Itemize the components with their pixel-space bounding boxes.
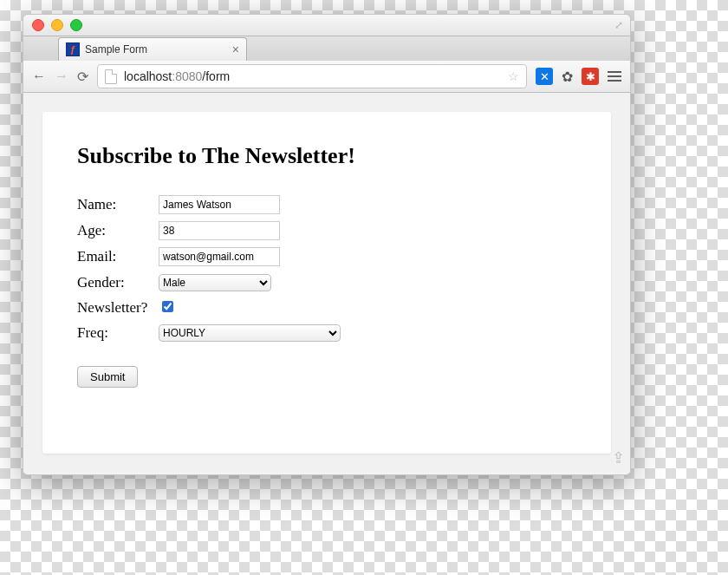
- page-heading: Subscribe to The Newsletter!: [77, 143, 576, 169]
- forward-button[interactable]: →: [55, 69, 68, 84]
- page-viewport: Subscribe to The Newsletter! Name: Age: …: [23, 93, 630, 473]
- window-titlebar: ⤢: [23, 15, 630, 36]
- browser-toolbar: ← → ⟳ localhost:8080/form ☆ ✕ ✿ ✱: [23, 61, 630, 93]
- submit-button[interactable]: Submit: [77, 366, 138, 388]
- page-icon: [105, 69, 117, 84]
- share-icon[interactable]: ⇪: [612, 448, 625, 467]
- newsletter-checkbox[interactable]: [162, 301, 173, 312]
- tab-title: Sample Form: [85, 43, 147, 56]
- settings-gear-icon[interactable]: ✿: [562, 69, 573, 85]
- extension-confluence-icon[interactable]: ✕: [536, 68, 553, 85]
- minimize-window-button[interactable]: [51, 19, 63, 31]
- reload-button[interactable]: ⟳: [77, 69, 88, 85]
- age-label: Age:: [77, 218, 159, 244]
- subscribe-form: Name: Age: Email: Gender: Male: [77, 192, 341, 345]
- name-input[interactable]: [159, 195, 280, 214]
- traffic-lights: [32, 19, 82, 31]
- fullscreen-icon[interactable]: ⤢: [614, 19, 623, 31]
- name-label: Name:: [77, 192, 159, 218]
- close-window-button[interactable]: [32, 19, 44, 31]
- menu-icon[interactable]: [608, 71, 621, 82]
- email-label: Email:: [77, 244, 159, 270]
- tab-strip: Sample Form ×: [23, 36, 630, 61]
- newsletter-label: Newsletter?: [77, 295, 159, 320]
- extension-lastpass-icon[interactable]: ✱: [582, 68, 599, 85]
- close-tab-icon[interactable]: ×: [232, 42, 239, 56]
- address-bar[interactable]: localhost:8080/form ☆: [97, 64, 527, 88]
- bookmark-star-icon[interactable]: ☆: [508, 69, 519, 83]
- back-button[interactable]: ←: [32, 69, 46, 84]
- gender-select[interactable]: Male: [159, 274, 271, 291]
- url-text: localhost:8080/form: [124, 69, 230, 83]
- freq-select[interactable]: HOURLY: [159, 324, 341, 342]
- freq-label: Freq:: [77, 320, 159, 345]
- zoom-window-button[interactable]: [70, 19, 82, 31]
- age-input[interactable]: [159, 221, 280, 240]
- favicon-icon: [66, 42, 80, 56]
- browser-tab[interactable]: Sample Form ×: [58, 37, 247, 61]
- email-input[interactable]: [159, 247, 280, 266]
- browser-window: ⤢ Sample Form × ← → ⟳ localhost:8080/for…: [23, 14, 631, 475]
- page-content: Subscribe to The Newsletter! Name: Age: …: [42, 112, 611, 454]
- gender-label: Gender:: [77, 270, 159, 295]
